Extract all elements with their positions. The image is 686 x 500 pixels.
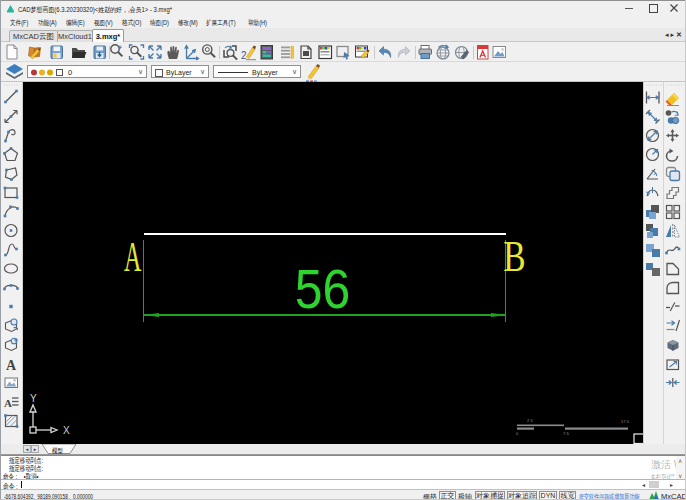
svg-text:A: A bbox=[4, 397, 12, 409]
svg-text:A: A bbox=[6, 358, 17, 373]
svg-text:7.5: 7.5 bbox=[563, 431, 569, 436]
svg-text:0: 0 bbox=[516, 431, 519, 436]
svg-text:X: X bbox=[63, 425, 70, 435]
svg-text:17.5: 17.5 bbox=[621, 419, 630, 424]
svg-text:2.5: 2.5 bbox=[527, 418, 533, 423]
svg-text:Y: Y bbox=[30, 393, 37, 404]
